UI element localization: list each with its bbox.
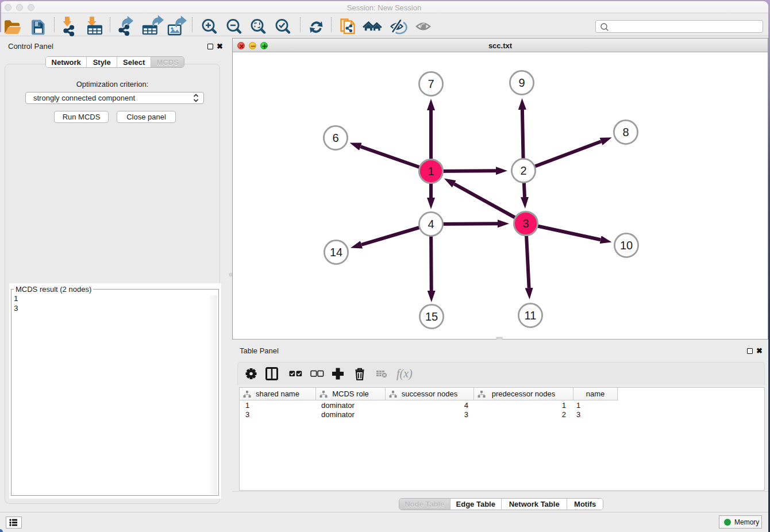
svg-text:1: 1 — [428, 165, 434, 178]
svg-text:7: 7 — [428, 78, 434, 90]
svg-text:4: 4 — [428, 218, 434, 230]
svg-text:6: 6 — [332, 132, 338, 144]
svg-text:3: 3 — [522, 217, 529, 230]
svg-text:11: 11 — [525, 309, 537, 322]
svg-text:2: 2 — [520, 164, 526, 177]
svg-text:10: 10 — [620, 239, 633, 252]
svg-text:14: 14 — [330, 246, 342, 259]
svg-text:15: 15 — [425, 310, 438, 323]
svg-text:9: 9 — [518, 76, 525, 89]
svg-text:f(x): f(x) — [396, 367, 413, 380]
svg-text:8: 8 — [622, 126, 629, 138]
